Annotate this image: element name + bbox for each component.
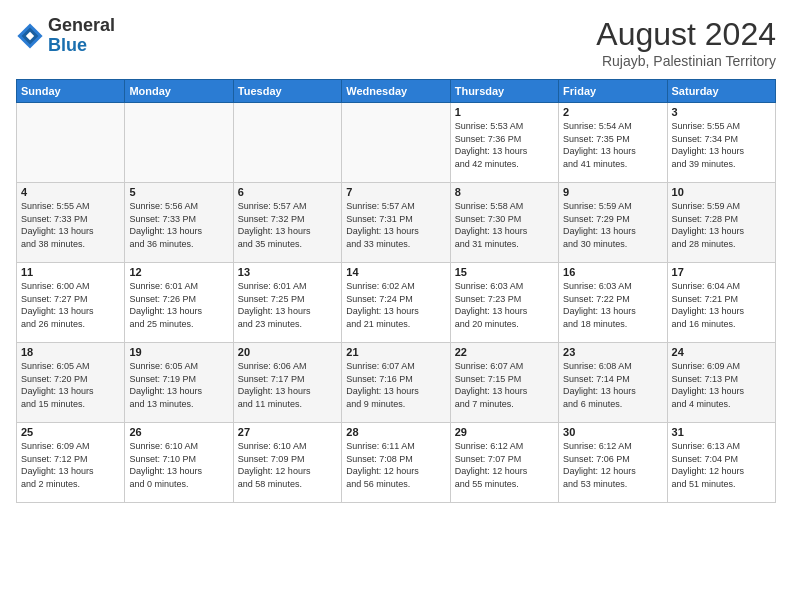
table-row: 9Sunrise: 5:59 AM Sunset: 7:29 PM Daylig… <box>559 183 667 263</box>
day-number: 26 <box>129 426 228 438</box>
day-info: Sunrise: 6:12 AM Sunset: 7:06 PM Dayligh… <box>563 440 662 490</box>
table-row: 3Sunrise: 5:55 AM Sunset: 7:34 PM Daylig… <box>667 103 775 183</box>
table-row: 6Sunrise: 5:57 AM Sunset: 7:32 PM Daylig… <box>233 183 341 263</box>
logo-icon <box>16 22 44 50</box>
table-row: 14Sunrise: 6:02 AM Sunset: 7:24 PM Dayli… <box>342 263 450 343</box>
location: Rujayb, Palestinian Territory <box>596 53 776 69</box>
day-number: 16 <box>563 266 662 278</box>
calendar-table: Sunday Monday Tuesday Wednesday Thursday… <box>16 79 776 503</box>
day-info: Sunrise: 6:03 AM Sunset: 7:22 PM Dayligh… <box>563 280 662 330</box>
calendar-week-row: 25Sunrise: 6:09 AM Sunset: 7:12 PM Dayli… <box>17 423 776 503</box>
day-number: 13 <box>238 266 337 278</box>
table-row <box>342 103 450 183</box>
day-info: Sunrise: 5:56 AM Sunset: 7:33 PM Dayligh… <box>129 200 228 250</box>
calendar-header-row: Sunday Monday Tuesday Wednesday Thursday… <box>17 80 776 103</box>
day-number: 30 <box>563 426 662 438</box>
day-number: 22 <box>455 346 554 358</box>
col-sunday: Sunday <box>17 80 125 103</box>
day-number: 1 <box>455 106 554 118</box>
table-row: 30Sunrise: 6:12 AM Sunset: 7:06 PM Dayli… <box>559 423 667 503</box>
day-info: Sunrise: 6:08 AM Sunset: 7:14 PM Dayligh… <box>563 360 662 410</box>
day-info: Sunrise: 6:10 AM Sunset: 7:10 PM Dayligh… <box>129 440 228 490</box>
col-monday: Monday <box>125 80 233 103</box>
day-info: Sunrise: 6:07 AM Sunset: 7:16 PM Dayligh… <box>346 360 445 410</box>
day-number: 27 <box>238 426 337 438</box>
table-row: 17Sunrise: 6:04 AM Sunset: 7:21 PM Dayli… <box>667 263 775 343</box>
day-number: 31 <box>672 426 771 438</box>
page-header: General Blue August 2024 Rujayb, Palesti… <box>16 16 776 69</box>
table-row: 5Sunrise: 5:56 AM Sunset: 7:33 PM Daylig… <box>125 183 233 263</box>
day-number: 4 <box>21 186 120 198</box>
day-info: Sunrise: 6:06 AM Sunset: 7:17 PM Dayligh… <box>238 360 337 410</box>
day-number: 23 <box>563 346 662 358</box>
col-wednesday: Wednesday <box>342 80 450 103</box>
logo: General Blue <box>16 16 115 56</box>
day-number: 24 <box>672 346 771 358</box>
day-info: Sunrise: 6:10 AM Sunset: 7:09 PM Dayligh… <box>238 440 337 490</box>
day-info: Sunrise: 6:04 AM Sunset: 7:21 PM Dayligh… <box>672 280 771 330</box>
day-number: 12 <box>129 266 228 278</box>
table-row: 22Sunrise: 6:07 AM Sunset: 7:15 PM Dayli… <box>450 343 558 423</box>
day-number: 17 <box>672 266 771 278</box>
day-number: 9 <box>563 186 662 198</box>
col-tuesday: Tuesday <box>233 80 341 103</box>
calendar-week-row: 18Sunrise: 6:05 AM Sunset: 7:20 PM Dayli… <box>17 343 776 423</box>
day-number: 14 <box>346 266 445 278</box>
table-row: 28Sunrise: 6:11 AM Sunset: 7:08 PM Dayli… <box>342 423 450 503</box>
day-number: 8 <box>455 186 554 198</box>
day-info: Sunrise: 6:05 AM Sunset: 7:20 PM Dayligh… <box>21 360 120 410</box>
day-number: 19 <box>129 346 228 358</box>
day-info: Sunrise: 6:00 AM Sunset: 7:27 PM Dayligh… <box>21 280 120 330</box>
table-row: 24Sunrise: 6:09 AM Sunset: 7:13 PM Dayli… <box>667 343 775 423</box>
day-number: 15 <box>455 266 554 278</box>
table-row: 4Sunrise: 5:55 AM Sunset: 7:33 PM Daylig… <box>17 183 125 263</box>
table-row: 26Sunrise: 6:10 AM Sunset: 7:10 PM Dayli… <box>125 423 233 503</box>
table-row: 29Sunrise: 6:12 AM Sunset: 7:07 PM Dayli… <box>450 423 558 503</box>
day-number: 5 <box>129 186 228 198</box>
table-row: 10Sunrise: 5:59 AM Sunset: 7:28 PM Dayli… <box>667 183 775 263</box>
calendar-week-row: 11Sunrise: 6:00 AM Sunset: 7:27 PM Dayli… <box>17 263 776 343</box>
day-info: Sunrise: 6:12 AM Sunset: 7:07 PM Dayligh… <box>455 440 554 490</box>
table-row: 25Sunrise: 6:09 AM Sunset: 7:12 PM Dayli… <box>17 423 125 503</box>
calendar-week-row: 4Sunrise: 5:55 AM Sunset: 7:33 PM Daylig… <box>17 183 776 263</box>
day-info: Sunrise: 5:59 AM Sunset: 7:28 PM Dayligh… <box>672 200 771 250</box>
day-number: 6 <box>238 186 337 198</box>
day-number: 29 <box>455 426 554 438</box>
day-info: Sunrise: 5:57 AM Sunset: 7:32 PM Dayligh… <box>238 200 337 250</box>
day-number: 18 <box>21 346 120 358</box>
day-info: Sunrise: 5:59 AM Sunset: 7:29 PM Dayligh… <box>563 200 662 250</box>
day-number: 28 <box>346 426 445 438</box>
table-row: 20Sunrise: 6:06 AM Sunset: 7:17 PM Dayli… <box>233 343 341 423</box>
col-friday: Friday <box>559 80 667 103</box>
col-saturday: Saturday <box>667 80 775 103</box>
table-row: 8Sunrise: 5:58 AM Sunset: 7:30 PM Daylig… <box>450 183 558 263</box>
table-row: 12Sunrise: 6:01 AM Sunset: 7:26 PM Dayli… <box>125 263 233 343</box>
table-row: 27Sunrise: 6:10 AM Sunset: 7:09 PM Dayli… <box>233 423 341 503</box>
day-info: Sunrise: 5:55 AM Sunset: 7:33 PM Dayligh… <box>21 200 120 250</box>
day-info: Sunrise: 6:07 AM Sunset: 7:15 PM Dayligh… <box>455 360 554 410</box>
day-info: Sunrise: 6:03 AM Sunset: 7:23 PM Dayligh… <box>455 280 554 330</box>
table-row: 31Sunrise: 6:13 AM Sunset: 7:04 PM Dayli… <box>667 423 775 503</box>
table-row <box>17 103 125 183</box>
day-number: 20 <box>238 346 337 358</box>
day-info: Sunrise: 5:54 AM Sunset: 7:35 PM Dayligh… <box>563 120 662 170</box>
day-info: Sunrise: 6:02 AM Sunset: 7:24 PM Dayligh… <box>346 280 445 330</box>
table-row: 23Sunrise: 6:08 AM Sunset: 7:14 PM Dayli… <box>559 343 667 423</box>
day-info: Sunrise: 5:55 AM Sunset: 7:34 PM Dayligh… <box>672 120 771 170</box>
table-row: 13Sunrise: 6:01 AM Sunset: 7:25 PM Dayli… <box>233 263 341 343</box>
day-number: 3 <box>672 106 771 118</box>
table-row: 19Sunrise: 6:05 AM Sunset: 7:19 PM Dayli… <box>125 343 233 423</box>
table-row: 18Sunrise: 6:05 AM Sunset: 7:20 PM Dayli… <box>17 343 125 423</box>
day-info: Sunrise: 6:05 AM Sunset: 7:19 PM Dayligh… <box>129 360 228 410</box>
table-row: 16Sunrise: 6:03 AM Sunset: 7:22 PM Dayli… <box>559 263 667 343</box>
logo-general: General <box>48 16 115 36</box>
title-block: August 2024 Rujayb, Palestinian Territor… <box>596 16 776 69</box>
day-number: 25 <box>21 426 120 438</box>
day-number: 7 <box>346 186 445 198</box>
day-info: Sunrise: 6:13 AM Sunset: 7:04 PM Dayligh… <box>672 440 771 490</box>
logo-blue: Blue <box>48 36 115 56</box>
day-info: Sunrise: 5:58 AM Sunset: 7:30 PM Dayligh… <box>455 200 554 250</box>
calendar-week-row: 1Sunrise: 5:53 AM Sunset: 7:36 PM Daylig… <box>17 103 776 183</box>
day-number: 21 <box>346 346 445 358</box>
day-number: 11 <box>21 266 120 278</box>
